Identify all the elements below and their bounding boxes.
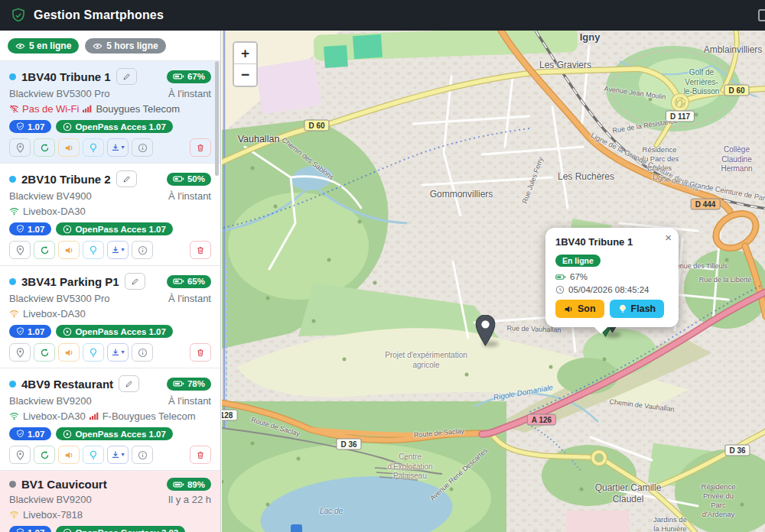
bulb-icon: [618, 304, 627, 314]
info-button[interactable]: [132, 241, 153, 259]
play-circle-icon: [63, 327, 72, 336]
edit-name-button[interactable]: [125, 273, 145, 290]
pencil-icon: [122, 175, 131, 183]
trash-icon: [196, 245, 205, 255]
online-dot: [9, 278, 16, 285]
trash-icon: [196, 143, 205, 153]
shield-check-logo-icon: [11, 8, 26, 23]
sound-button[interactable]: [58, 446, 80, 464]
locate-button[interactable]: [9, 241, 31, 259]
play-circle-icon: [63, 430, 72, 439]
openpass-version-badge: OpenPass Courtesy 2.02: [56, 526, 185, 532]
flash-button[interactable]: [83, 241, 104, 259]
map-poi-icon: [291, 524, 302, 532]
download-menu-button[interactable]: ▾: [107, 446, 129, 464]
sidebar-scrollbar[interactable]: [215, 61, 219, 176]
refresh-button[interactable]: [34, 446, 55, 464]
app-title: Gestion Smartphones: [34, 8, 164, 22]
device-card-2bv10[interactable]: 2BV10 Tribune 2 50% Blackview BV4900À l'…: [0, 163, 220, 265]
popup-son-button[interactable]: Son: [555, 300, 604, 318]
sound-button[interactable]: [58, 343, 80, 362]
popup-title: 1BV40 Tribune 1: [555, 236, 669, 248]
battery-badge: 67%: [167, 70, 211, 83]
road-shield-d36: D 36: [336, 439, 361, 450]
bulb-icon: [89, 245, 98, 255]
info-icon: [138, 348, 148, 358]
last-seen: À l'instant: [168, 395, 211, 407]
device-name: BV1 Cauvicourt: [21, 478, 107, 491]
online-count-badge[interactable]: 5 en ligne: [8, 38, 79, 54]
battery-badge: 50%: [167, 173, 211, 186]
clock-icon: [555, 285, 565, 294]
edit-name-button[interactable]: [116, 170, 137, 187]
device-card-4bv9[interactable]: 4BV9 Restaurant 78% Blackview BV9200À l'…: [0, 368, 220, 470]
download-menu-button[interactable]: ▾: [107, 343, 129, 362]
chevron-down-icon: ▾: [121, 452, 124, 458]
popup-close-icon[interactable]: ×: [665, 232, 672, 243]
battery-icon: [173, 73, 184, 80]
offline-count-badge[interactable]: 5 hors ligne: [85, 38, 165, 54]
map-canvas[interactable]: Igny Les Graviers Amblainvilliers Golf d…: [222, 31, 765, 532]
refresh-button[interactable]: [34, 138, 55, 157]
locate-button[interactable]: [9, 446, 31, 464]
edit-name-button[interactable]: [119, 375, 139, 392]
flash-button[interactable]: [83, 138, 104, 157]
info-icon: [138, 450, 148, 460]
device-card-3bv41[interactable]: 3BV41 Parking P1 65% Blackview BV5300 Pr…: [0, 265, 220, 368]
map-zoom-control: + −: [233, 41, 258, 87]
locate-button[interactable]: [9, 138, 31, 157]
wifi-status: Pas de Wi-Fi: [22, 103, 79, 115]
refresh-icon: [40, 245, 50, 255]
play-circle-icon: [63, 225, 72, 234]
online-dot: [9, 73, 16, 80]
zoom-in-button[interactable]: +: [234, 43, 256, 64]
download-menu-button[interactable]: ▾: [107, 241, 129, 259]
last-seen: À l'instant: [168, 88, 211, 99]
delete-button[interactable]: [190, 446, 211, 464]
app-version-badge: 1.07: [9, 427, 51, 440]
info-button[interactable]: [132, 343, 153, 362]
map-pin-icon: [15, 450, 25, 460]
delete-button[interactable]: [190, 241, 211, 259]
refresh-button[interactable]: [34, 343, 55, 362]
edit-name-button[interactable]: [116, 68, 137, 85]
locate-button[interactable]: [9, 343, 31, 362]
trash-icon: [196, 348, 205, 358]
delete-button[interactable]: [190, 138, 211, 157]
wifi-ssid: Livebox-DA30: [23, 308, 86, 320]
map-marker-gray[interactable]: [475, 315, 496, 349]
battery-icon: [173, 175, 184, 183]
map-popup: × 1BV40 Tribune 1 En ligne 67% 05/04/202…: [545, 228, 679, 327]
speaker-icon: [64, 143, 74, 153]
carrier-name: Bouygues Telecom: [96, 103, 180, 115]
delete-button[interactable]: [190, 343, 211, 362]
sound-button[interactable]: [58, 138, 80, 157]
pencil-icon: [125, 380, 133, 388]
wifi-icon: [9, 412, 19, 420]
refresh-button[interactable]: [34, 241, 55, 259]
refresh-icon: [40, 450, 50, 460]
online-dot: [9, 381, 16, 388]
app-version-badge: 1.07: [9, 120, 51, 133]
device-name: 4BV9 Restaurant: [21, 378, 113, 391]
bulb-icon: [89, 450, 98, 460]
shield-check-icon: [16, 430, 24, 438]
eye-icon: [15, 41, 25, 51]
download-menu-button[interactable]: ▾: [107, 138, 129, 157]
sound-button[interactable]: [58, 241, 80, 259]
info-button[interactable]: [132, 138, 153, 157]
battery-badge: 78%: [167, 378, 211, 391]
info-button[interactable]: [132, 446, 153, 464]
device-card-bv1[interactable]: BV1 Cauvicourt 89% Blackview BV9200Il y …: [0, 470, 220, 532]
openpass-version-badge: OpenPass Acces 1.07: [56, 222, 172, 235]
device-card-1bv40[interactable]: 1BV40 Tribune 1 67% Blackview BV5300 Pro…: [0, 60, 220, 163]
flash-button[interactable]: [83, 446, 104, 464]
popup-battery: 67%: [570, 272, 588, 281]
download-icon: [111, 450, 120, 459]
flash-button[interactable]: [83, 343, 104, 362]
popup-flash-button[interactable]: Flash: [610, 300, 665, 318]
road-shield-d444: D 444: [691, 199, 721, 210]
last-seen: À l'instant: [168, 293, 211, 304]
window-partial-icon[interactable]: [758, 9, 765, 21]
zoom-out-button[interactable]: −: [234, 64, 256, 86]
